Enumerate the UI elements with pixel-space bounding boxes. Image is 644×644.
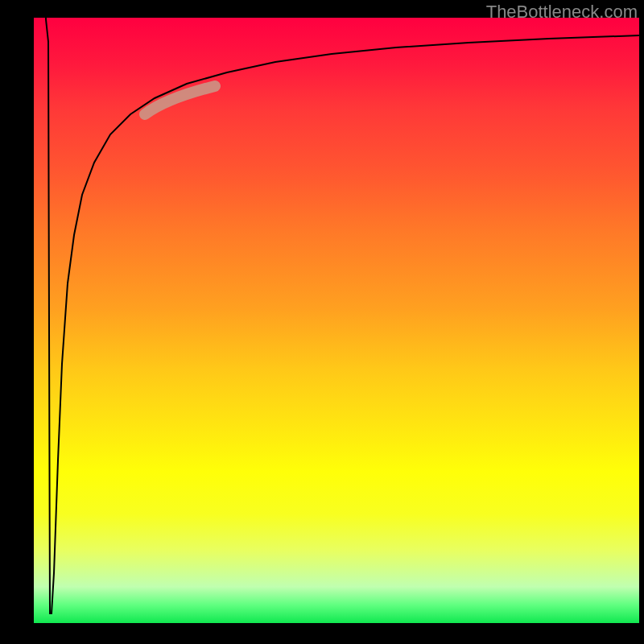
chart-left-border — [0, 18, 34, 623]
highlight-segment — [145, 86, 215, 114]
watermark-text: TheBottleneck.com — [486, 2, 638, 23]
plot-area — [34, 18, 639, 623]
curve-svg — [34, 18, 639, 623]
chart-bottom-border — [0, 623, 644, 644]
main-curve — [46, 18, 639, 613]
chart-right-border — [639, 0, 644, 644]
